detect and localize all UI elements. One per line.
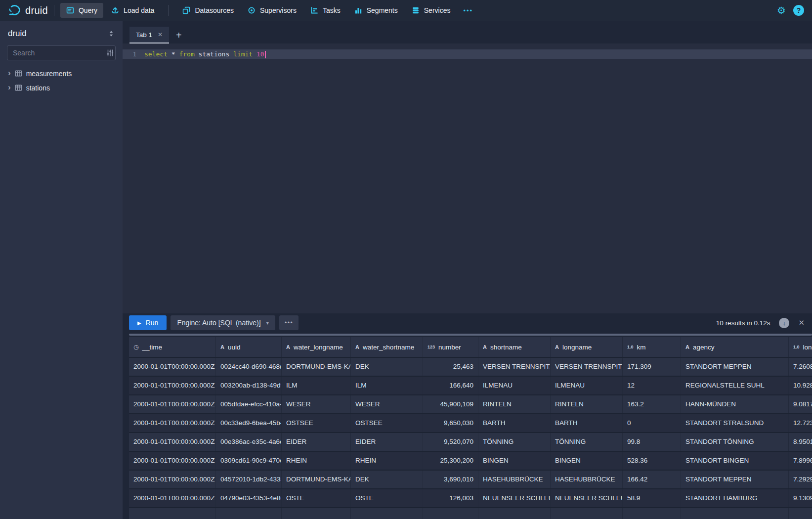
table-cell[interactable]: STANDORT BINGEN — [681, 452, 789, 470]
sql-editor[interactable]: 1 select * from stations limit 10 — [123, 43, 812, 313]
table-cell[interactable]: DORTMUND-EMS-KANAL — [282, 358, 351, 376]
close-results-icon[interactable]: ✕ — [798, 318, 805, 327]
table-cell[interactable]: WESER — [282, 395, 351, 413]
table-cell[interactable] — [623, 508, 681, 519]
table-cell[interactable]: EIDER — [282, 433, 351, 451]
table-cell[interactable]: 2000-01-01T00:00:00.000Z — [129, 358, 216, 376]
table-cell[interactable]: TÖNNING — [551, 433, 623, 451]
table-cell[interactable]: 528.36 — [623, 452, 681, 470]
nav-item-query[interactable]: Query — [60, 3, 103, 18]
table-cell[interactable]: STANDORT MEPPEN — [681, 358, 789, 376]
table-cell[interactable] — [282, 508, 351, 519]
table-cell[interactable]: BARTH — [551, 414, 623, 432]
table-cell[interactable]: OSTE — [351, 489, 423, 507]
table-cell[interactable] — [478, 508, 551, 519]
nav-item-tasks[interactable]: Tasks — [304, 3, 346, 18]
column-header-shortname[interactable]: Ashortname — [478, 337, 551, 357]
table-cell[interactable]: WESER — [351, 395, 423, 413]
table-cell[interactable]: 2000-01-01T00:00:00.000Z — [129, 489, 216, 507]
table-cell[interactable]: 0024cc40-d690-468d-84 — [216, 358, 282, 376]
table-cell[interactable]: 10.928843 — [789, 377, 812, 394]
filter-sliders-icon[interactable] — [106, 49, 114, 57]
table-cell[interactable]: EIDER — [351, 433, 423, 451]
table-cell[interactable]: 12 — [623, 377, 681, 394]
column-header-__time[interactable]: ◷__time — [129, 337, 216, 357]
table-cell[interactable]: 45,900,109 — [423, 395, 478, 413]
table-cell[interactable]: 163.2 — [623, 395, 681, 413]
table-cell[interactable]: ILM — [282, 377, 351, 394]
table-cell[interactable]: 005dfdae-efcc-410a-bf1 — [216, 395, 282, 413]
table-cell[interactable]: 04572010-1db2-4338-85 — [216, 471, 282, 488]
table-cell[interactable]: 00c33ed9-6bea-45b4-87 — [216, 414, 282, 432]
column-header-water_shortname[interactable]: Awater_shortname — [351, 337, 423, 357]
double-caret-vertical-icon[interactable] — [108, 30, 115, 38]
table-cell[interactable]: 9.130902 — [789, 489, 812, 507]
more-menu-icon[interactable]: ••• — [458, 3, 478, 18]
table-cell[interactable]: DEK — [351, 471, 423, 488]
column-header-km[interactable]: 1.0km — [623, 337, 681, 357]
table-cell[interactable]: NEUENSEER SCHLEUSEN — [551, 489, 623, 507]
nav-item-segments[interactable]: Segments — [348, 3, 404, 18]
add-tab-button[interactable]: + — [169, 27, 189, 43]
table-cell[interactable] — [129, 508, 216, 519]
table-cell[interactable]: 99.8 — [623, 433, 681, 451]
table-cell[interactable]: 0 — [623, 414, 681, 432]
table-cell[interactable]: STANDORT MEPPEN — [681, 471, 789, 488]
table-cell[interactable]: 8.950149 — [789, 433, 812, 451]
column-header-water_longname[interactable]: Awater_longname — [282, 337, 351, 357]
table-cell[interactable]: 2000-01-01T00:00:00.000Z — [129, 452, 216, 470]
table-cell[interactable]: 171.309 — [623, 358, 681, 376]
column-header-longname[interactable]: Alongname — [551, 337, 623, 357]
nav-item-datasources[interactable]: Datasources — [176, 3, 240, 18]
table-cell[interactable]: DEK — [351, 358, 423, 376]
engine-select-button[interactable]: Engine: Auto [SQL (native)] ▾ — [171, 315, 275, 330]
table-cell[interactable]: 9.081704 — [789, 395, 812, 413]
table-cell[interactable]: VERSEN TRENNSPITZE — [478, 358, 551, 376]
table-cell[interactable]: 126,003 — [423, 489, 478, 507]
table-cell[interactable] — [423, 508, 478, 519]
table-cell[interactable]: ILMENAU — [551, 377, 623, 394]
table-cell[interactable]: BINGEN — [478, 452, 551, 470]
table-cell[interactable]: OSTE — [282, 489, 351, 507]
table-cell[interactable]: RHEIN — [282, 452, 351, 470]
table-cell[interactable]: OSTSEE — [282, 414, 351, 432]
table-cell[interactable]: HANN-MÜNDEN — [681, 395, 789, 413]
table-cell[interactable]: 7.899667 — [789, 452, 812, 470]
table-cell[interactable]: REGIONALSTELLE SUHL — [681, 377, 789, 394]
column-header-longitude[interactable]: 1.0longitude — [789, 337, 812, 357]
table-cell[interactable]: STANDORT STRALSUND — [681, 414, 789, 432]
table-cell[interactable]: STANDORT TÖNNING — [681, 433, 789, 451]
table-cell[interactable]: 2000-01-01T00:00:00.000Z — [129, 471, 216, 488]
table-cell[interactable]: 2000-01-01T00:00:00.000Z — [129, 395, 216, 413]
run-button[interactable]: ▶ Run — [129, 315, 167, 330]
table-cell[interactable]: 58.9 — [623, 489, 681, 507]
nav-item-supervisors[interactable]: Supervisors — [242, 3, 302, 18]
table-cell[interactable]: ILMENAU — [478, 377, 551, 394]
table-cell[interactable]: 2000-01-01T00:00:00.000Z — [129, 414, 216, 432]
table-cell[interactable]: 003200ab-d138-49d9-aa — [216, 377, 282, 394]
table-cell[interactable]: 3,690,010 — [423, 471, 478, 488]
table-cell[interactable]: 12.723226 — [789, 414, 812, 432]
table-cell[interactable]: HASEHUBBRÜCKE — [551, 471, 623, 488]
table-cell[interactable]: 166.42 — [623, 471, 681, 488]
table-cell[interactable]: 9,650,030 — [423, 414, 478, 432]
help-icon[interactable]: ? — [793, 5, 804, 16]
table-cell[interactable]: 00e386ac-e35c-4a6e-80 — [216, 433, 282, 451]
table-cell[interactable]: HASEHUBBRÜCKE — [478, 471, 551, 488]
table-cell[interactable]: 0309cd61-90c9-470e-99 — [216, 452, 282, 470]
table-cell[interactable]: BARTH — [478, 414, 551, 432]
table-cell[interactable]: STANDORT HAMBURG — [681, 489, 789, 507]
tab-tab1[interactable]: Tab 1 ✕ — [129, 27, 169, 43]
table-cell[interactable]: 04790e03-4353-4e80-be — [216, 489, 282, 507]
search-input[interactable] — [12, 48, 103, 57]
table-cell[interactable]: ILM — [351, 377, 423, 394]
nav-item-load-data[interactable]: Load data — [105, 3, 160, 18]
column-header-agency[interactable]: Aagency — [681, 337, 789, 357]
table-cell[interactable]: VERSEN TRENNSPITZE — [551, 358, 623, 376]
table-cell[interactable]: 25,300,200 — [423, 452, 478, 470]
table-cell[interactable]: DORTMUND-EMS-KANAL — [282, 471, 351, 488]
table-cell[interactable]: RINTELN — [478, 395, 551, 413]
table-cell[interactable] — [789, 508, 812, 519]
table-cell[interactable] — [551, 508, 623, 519]
column-header-uuid[interactable]: Auuid — [216, 337, 282, 357]
